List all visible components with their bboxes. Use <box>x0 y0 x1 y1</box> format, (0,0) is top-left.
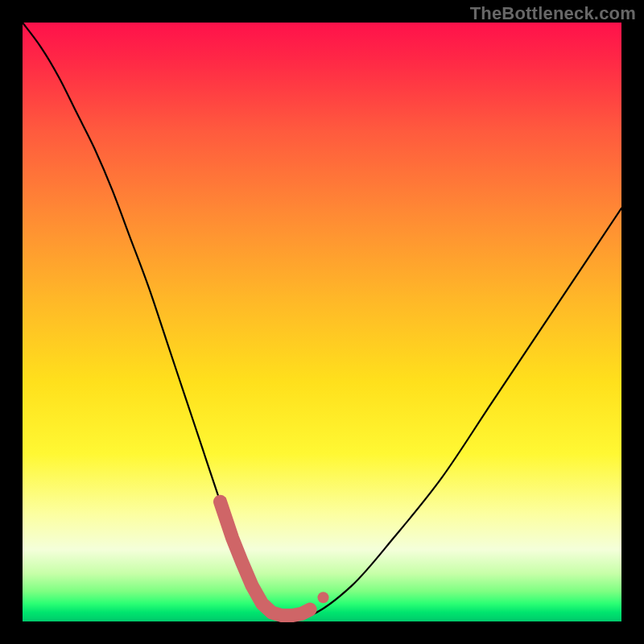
watermark-text: TheBottleneck.com <box>470 3 636 24</box>
marker-segment <box>221 502 311 615</box>
marker-dot <box>318 592 329 603</box>
marker-group <box>221 502 329 615</box>
plot-area <box>23 23 621 621</box>
bottleneck-curve-line <box>23 23 621 618</box>
chart-frame: TheBottleneck.com <box>0 0 644 644</box>
curve-svg <box>23 23 621 621</box>
curve-group <box>23 23 621 618</box>
